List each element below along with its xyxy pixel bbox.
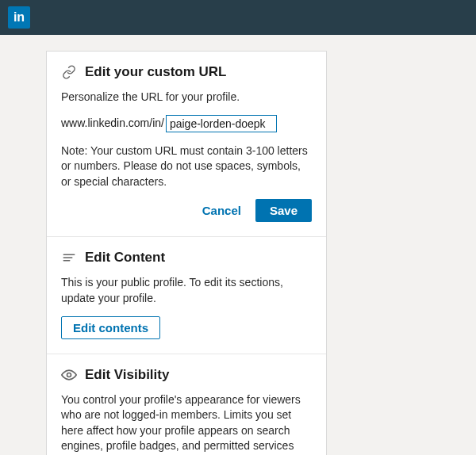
top-nav-bar: in — [0, 0, 476, 35]
card-edit-content: Edit Content This is your public profile… — [47, 237, 326, 354]
custom-url-title: Edit your custom URL — [85, 64, 227, 80]
edit-contents-button[interactable]: Edit contents — [61, 316, 160, 339]
custom-url-note: Note: Your custom URL must contain 3-100… — [61, 143, 312, 190]
eye-icon — [61, 367, 77, 383]
custom-url-input[interactable] — [166, 115, 277, 132]
card-custom-url: Edit your custom URL Personalize the URL… — [47, 52, 326, 237]
edit-visibility-title: Edit Visibility — [85, 367, 169, 383]
lines-icon — [61, 250, 77, 265]
save-button[interactable]: Save — [255, 199, 312, 222]
custom-url-subtitle: Personalize the URL for your profile. — [61, 90, 312, 105]
edit-content-body: This is your public profile. To edit its… — [61, 275, 312, 306]
svg-point-3 — [67, 373, 71, 377]
settings-panel: Edit your custom URL Personalize the URL… — [46, 51, 327, 455]
logo-text: in — [13, 10, 25, 25]
cancel-button[interactable]: Cancel — [199, 199, 244, 222]
edit-visibility-body: You control your profile's appearance fo… — [61, 392, 312, 455]
link-icon — [61, 65, 77, 79]
linkedin-logo[interactable]: in — [8, 6, 30, 29]
card-edit-visibility: Edit Visibility You control your profile… — [47, 354, 326, 455]
edit-content-title: Edit Content — [85, 250, 165, 266]
url-prefix: www.linkedin.com/in/ — [61, 116, 164, 132]
